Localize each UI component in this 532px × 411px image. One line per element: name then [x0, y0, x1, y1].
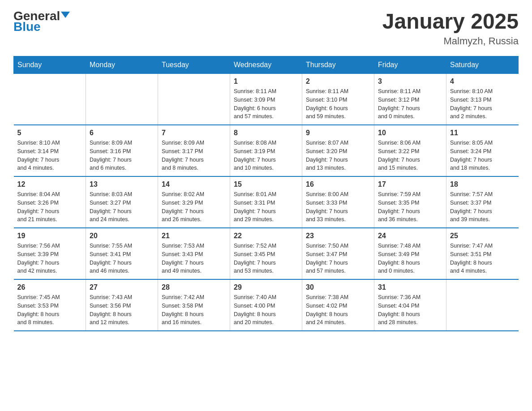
- column-header-friday: Friday: [374, 56, 446, 74]
- calendar-cell: 19Sunrise: 7:56 AMSunset: 3:39 PMDayligh…: [14, 228, 86, 279]
- day-number: 26: [17, 283, 82, 291]
- day-number: 13: [90, 180, 154, 188]
- calendar-table: SundayMondayTuesdayWednesdayThursdayFrid…: [13, 56, 519, 331]
- week-row-3: 12Sunrise: 8:04 AMSunset: 3:26 PMDayligh…: [14, 176, 519, 228]
- day-info: Sunrise: 8:02 AMSunset: 3:29 PMDaylight:…: [162, 190, 226, 224]
- calendar-cell: 28Sunrise: 7:42 AMSunset: 3:58 PMDayligh…: [158, 279, 230, 331]
- calendar-cell: [158, 74, 230, 125]
- day-info: Sunrise: 7:40 AMSunset: 4:00 PMDaylight:…: [234, 293, 298, 327]
- week-row-2: 5Sunrise: 8:10 AMSunset: 3:14 PMDaylight…: [14, 125, 519, 176]
- day-number: 30: [306, 283, 370, 291]
- day-number: 17: [378, 180, 442, 188]
- column-header-thursday: Thursday: [302, 56, 374, 74]
- calendar-cell: 12Sunrise: 8:04 AMSunset: 3:26 PMDayligh…: [14, 176, 86, 228]
- logo-blue-text: Blue: [13, 20, 41, 34]
- day-number: 27: [90, 283, 154, 291]
- day-info: Sunrise: 8:08 AMSunset: 3:19 PMDaylight:…: [234, 139, 298, 172]
- day-info: Sunrise: 8:04 AMSunset: 3:26 PMDaylight:…: [17, 190, 82, 224]
- calendar-cell: 18Sunrise: 7:57 AMSunset: 3:37 PMDayligh…: [446, 176, 519, 228]
- week-row-4: 19Sunrise: 7:56 AMSunset: 3:39 PMDayligh…: [14, 228, 519, 279]
- day-number: 4: [450, 77, 515, 86]
- day-number: 19: [17, 232, 82, 240]
- day-number: 9: [306, 129, 370, 137]
- day-info: Sunrise: 8:11 AMSunset: 3:10 PMDaylight:…: [306, 87, 370, 121]
- calendar-cell: 4Sunrise: 8:10 AMSunset: 3:13 PMDaylight…: [446, 74, 519, 125]
- day-number: 21: [162, 232, 226, 240]
- calendar-cell: 6Sunrise: 8:09 AMSunset: 3:16 PMDaylight…: [86, 125, 158, 176]
- calendar-cell: 23Sunrise: 7:50 AMSunset: 3:47 PMDayligh…: [302, 228, 374, 279]
- day-number: 3: [378, 77, 442, 86]
- day-info: Sunrise: 7:48 AMSunset: 3:49 PMDaylight:…: [378, 242, 442, 275]
- day-info: Sunrise: 7:47 AMSunset: 3:51 PMDaylight:…: [450, 242, 515, 275]
- day-info: Sunrise: 8:06 AMSunset: 3:22 PMDaylight:…: [378, 139, 442, 172]
- column-header-tuesday: Tuesday: [158, 56, 230, 74]
- day-info: Sunrise: 8:01 AMSunset: 3:31 PMDaylight:…: [234, 190, 298, 224]
- day-number: 12: [17, 180, 82, 188]
- day-info: Sunrise: 7:45 AMSunset: 3:53 PMDaylight:…: [17, 293, 82, 327]
- day-number: 16: [306, 180, 370, 188]
- day-number: 8: [234, 129, 298, 137]
- week-row-5: 26Sunrise: 7:45 AMSunset: 3:53 PMDayligh…: [14, 279, 519, 331]
- logo: General Blue: [13, 9, 70, 34]
- day-info: Sunrise: 8:00 AMSunset: 3:33 PMDaylight:…: [306, 190, 370, 224]
- calendar-cell: 5Sunrise: 8:10 AMSunset: 3:14 PMDaylight…: [14, 125, 86, 176]
- calendar-cell: [86, 74, 158, 125]
- calendar-cell: 15Sunrise: 8:01 AMSunset: 3:31 PMDayligh…: [230, 176, 302, 228]
- column-header-monday: Monday: [86, 56, 158, 74]
- calendar-cell: 1Sunrise: 8:11 AMSunset: 3:09 PMDaylight…: [230, 74, 302, 125]
- day-number: 20: [90, 232, 154, 240]
- day-info: Sunrise: 8:11 AMSunset: 3:09 PMDaylight:…: [234, 87, 298, 121]
- day-number: 14: [162, 180, 226, 188]
- calendar-cell: 21Sunrise: 7:53 AMSunset: 3:43 PMDayligh…: [158, 228, 230, 279]
- day-info: Sunrise: 7:42 AMSunset: 3:58 PMDaylight:…: [162, 293, 226, 327]
- calendar-cell: 11Sunrise: 8:05 AMSunset: 3:24 PMDayligh…: [446, 125, 519, 176]
- calendar-cell: [446, 279, 519, 331]
- day-info: Sunrise: 8:10 AMSunset: 3:14 PMDaylight:…: [17, 139, 82, 172]
- calendar-cell: 26Sunrise: 7:45 AMSunset: 3:53 PMDayligh…: [14, 279, 86, 331]
- day-number: 6: [90, 129, 154, 137]
- title-block: January 2025 Malmyzh, Russia: [382, 9, 519, 47]
- calendar-cell: 16Sunrise: 8:00 AMSunset: 3:33 PMDayligh…: [302, 176, 374, 228]
- column-header-sunday: Sunday: [14, 56, 86, 74]
- calendar-cell: 22Sunrise: 7:52 AMSunset: 3:45 PMDayligh…: [230, 228, 302, 279]
- day-info: Sunrise: 8:07 AMSunset: 3:20 PMDaylight:…: [306, 139, 370, 172]
- day-info: Sunrise: 7:36 AMSunset: 4:04 PMDaylight:…: [378, 293, 442, 327]
- logo-triangle-icon: [61, 12, 70, 18]
- calendar-cell: 14Sunrise: 8:02 AMSunset: 3:29 PMDayligh…: [158, 176, 230, 228]
- month-title: January 2025: [382, 9, 519, 34]
- day-number: 18: [450, 180, 515, 188]
- calendar-cell: 24Sunrise: 7:48 AMSunset: 3:49 PMDayligh…: [374, 228, 446, 279]
- day-number: 5: [17, 129, 82, 137]
- calendar-cell: 7Sunrise: 8:09 AMSunset: 3:17 PMDaylight…: [158, 125, 230, 176]
- day-number: 22: [234, 232, 298, 240]
- column-header-saturday: Saturday: [446, 56, 519, 74]
- day-number: 29: [234, 283, 298, 291]
- calendar-cell: 25Sunrise: 7:47 AMSunset: 3:51 PMDayligh…: [446, 228, 519, 279]
- page-header: General Blue January 2025 Malmyzh, Russi…: [13, 9, 519, 47]
- calendar-cell: 10Sunrise: 8:06 AMSunset: 3:22 PMDayligh…: [374, 125, 446, 176]
- calendar-cell: 9Sunrise: 8:07 AMSunset: 3:20 PMDaylight…: [302, 125, 374, 176]
- day-info: Sunrise: 7:43 AMSunset: 3:56 PMDaylight:…: [90, 293, 154, 327]
- calendar-header-row: SundayMondayTuesdayWednesdayThursdayFrid…: [14, 56, 519, 74]
- calendar-cell: 31Sunrise: 7:36 AMSunset: 4:04 PMDayligh…: [374, 279, 446, 331]
- day-info: Sunrise: 7:55 AMSunset: 3:41 PMDaylight:…: [90, 242, 154, 275]
- calendar-cell: 27Sunrise: 7:43 AMSunset: 3:56 PMDayligh…: [86, 279, 158, 331]
- calendar-cell: 8Sunrise: 8:08 AMSunset: 3:19 PMDaylight…: [230, 125, 302, 176]
- day-number: 25: [450, 232, 515, 240]
- day-info: Sunrise: 8:09 AMSunset: 3:17 PMDaylight:…: [162, 139, 226, 172]
- day-number: 15: [234, 180, 298, 188]
- calendar-cell: 29Sunrise: 7:40 AMSunset: 4:00 PMDayligh…: [230, 279, 302, 331]
- column-header-wednesday: Wednesday: [230, 56, 302, 74]
- calendar-cell: 13Sunrise: 8:03 AMSunset: 3:27 PMDayligh…: [86, 176, 158, 228]
- day-info: Sunrise: 7:50 AMSunset: 3:47 PMDaylight:…: [306, 242, 370, 275]
- day-info: Sunrise: 8:11 AMSunset: 3:12 PMDaylight:…: [378, 87, 442, 121]
- calendar-cell: 2Sunrise: 8:11 AMSunset: 3:10 PMDaylight…: [302, 74, 374, 125]
- day-info: Sunrise: 7:52 AMSunset: 3:45 PMDaylight:…: [234, 242, 298, 275]
- week-row-1: 1Sunrise: 8:11 AMSunset: 3:09 PMDaylight…: [14, 74, 519, 125]
- location-title: Malmyzh, Russia: [382, 35, 519, 47]
- day-info: Sunrise: 7:59 AMSunset: 3:35 PMDaylight:…: [378, 190, 442, 224]
- day-info: Sunrise: 7:53 AMSunset: 3:43 PMDaylight:…: [162, 242, 226, 275]
- day-info: Sunrise: 7:56 AMSunset: 3:39 PMDaylight:…: [17, 242, 82, 275]
- day-number: 1: [234, 77, 298, 86]
- day-number: 7: [162, 129, 226, 137]
